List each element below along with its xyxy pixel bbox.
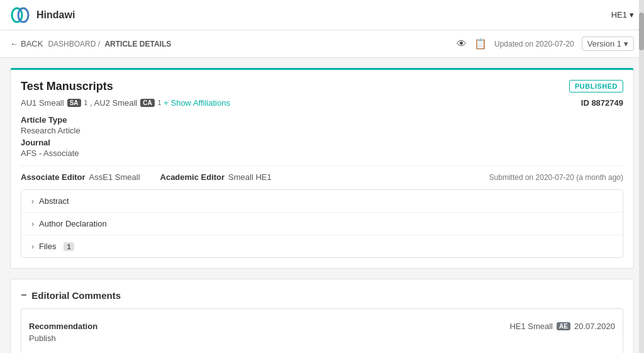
scrollbar[interactable] (639, 0, 644, 353)
journal-label: Journal (21, 138, 79, 147)
navbar: ← BACK DASHBOARD / ARTICLE DETAILS 👁 📋 U… (0, 30, 644, 58)
author1-sup: 1 (84, 99, 88, 106)
version-selector[interactable]: Version 1 ▾ (582, 36, 634, 51)
hindawi-logo (10, 5, 30, 25)
author-declaration-section[interactable]: › Author Declaration (21, 213, 623, 235)
files-section[interactable]: › Files 1 (21, 235, 623, 257)
header-user[interactable]: HE1 ▾ (611, 10, 634, 20)
article-card: Test Manuscripts PUBLISHED AU1 Smeall SA… (10, 68, 634, 269)
updated-label: Updated on 2020-07-20 (494, 40, 574, 48)
academic-editor-value: Smeall HE1 (228, 172, 272, 182)
back-label: BACK (21, 39, 43, 48)
editors-row: Associate Editor AssE1 Smeall Academic E… (21, 165, 623, 182)
breadcrumb-current: ARTICLE DETAILS (104, 40, 171, 48)
author1-sa-badge: SA (67, 99, 81, 107)
show-affiliations-link[interactable]: + Show Affiliations (164, 98, 230, 108)
recommendation-left: Recommendation Publish (29, 322, 97, 343)
academic-editor-label: Academic Editor (160, 172, 225, 182)
breadcrumb-dashboard[interactable]: DASHBOARD / (48, 40, 100, 48)
associate-editor-label: Associate Editor (21, 172, 86, 182)
header-left: Hindawi (10, 5, 75, 25)
author1-name: AU1 Smeall (21, 98, 64, 108)
article-id: ID 8872749 (581, 98, 623, 108)
editor-name: HE1 Smeall (509, 322, 553, 331)
recommendation-value: Publish (29, 333, 97, 343)
files-count-badge: 1 (64, 242, 74, 251)
navbar-left: ← BACK DASHBOARD / ARTICLE DETAILS (10, 39, 171, 48)
user-chevron-icon: ▾ (630, 10, 634, 20)
ae-badge: AE (557, 322, 570, 330)
associate-editor-item: Associate Editor AssE1 Smeall (21, 172, 140, 182)
files-chevron-icon: › (31, 242, 34, 251)
back-arrow-icon: ← (10, 39, 18, 48)
eye-icon[interactable]: 👁 (457, 38, 467, 50)
author-declaration-chevron-icon: › (31, 220, 34, 228)
journal-value: AFS - Associate (21, 148, 79, 158)
recommendation-date: 20.07.2020 (574, 322, 615, 331)
svg-point-1 (18, 8, 28, 22)
academic-editor-item: Academic Editor Smeall HE1 (160, 172, 272, 182)
editorial-comments-title: Editorial Comments (31, 290, 121, 301)
version-chevron-icon: ▾ (624, 39, 628, 48)
author-declaration-label: Author Declaration (39, 219, 107, 228)
abstract-section[interactable]: › Abstract (21, 190, 623, 213)
scrollbar-thumb[interactable] (639, 13, 644, 50)
journal-item: Journal AFS - Associate (21, 138, 79, 158)
recommendation-row: Recommendation Publish HE1 Smeall AE 20.… (29, 317, 615, 348)
recommendation-label: Recommendation (29, 322, 97, 331)
article-type-item: Article Type Research Article (21, 115, 80, 135)
app-header: Hindawi HE1 ▾ (0, 0, 644, 30)
author2-prefix: , AU2 Smeall (90, 98, 137, 108)
article-type-label: Article Type (21, 115, 80, 125)
calendar-icon[interactable]: 📋 (474, 38, 487, 50)
journal-row: Journal AFS - Associate (21, 138, 623, 158)
editorial-comments-collapse-icon[interactable]: − (21, 289, 26, 301)
app-title: Hindawi (36, 9, 75, 21)
files-label: Files (39, 242, 56, 251)
author2-sup: 1 (158, 99, 162, 106)
user-name: HE1 (611, 10, 627, 20)
submitted-info: Submitted on 2020-07-20 (a month ago) (489, 173, 623, 182)
collapsible-sections: › Abstract › Author Declaration › Files … (21, 189, 623, 258)
editorial-comments-header: − Editorial Comments (21, 289, 623, 301)
article-title: Test Manuscripts (21, 80, 113, 93)
abstract-chevron-icon: › (31, 197, 34, 206)
back-button[interactable]: ← BACK (10, 39, 43, 48)
author2-ca-badge: CA (140, 99, 154, 107)
main-content: Test Manuscripts PUBLISHED AU1 Smeall SA… (0, 58, 644, 353)
authors-row: AU1 Smeall SA 1 , AU2 Smeall CA 1 + Show… (21, 98, 623, 108)
version-label: Version 1 (587, 39, 621, 48)
associate-editor-value: AssE1 Smeall (89, 172, 140, 182)
meta-row: Article Type Research Article (21, 115, 623, 135)
article-card-header: Test Manuscripts PUBLISHED (21, 80, 623, 93)
breadcrumb: DASHBOARD / ARTICLE DETAILS (48, 40, 171, 48)
abstract-label: Abstract (39, 196, 69, 206)
recommendation-meta: HE1 Smeall AE 20.07.2020 (509, 322, 615, 331)
navbar-right: 👁 📋 Updated on 2020-07-20 Version 1 ▾ (457, 36, 634, 51)
status-badge: PUBLISHED (569, 80, 623, 92)
editorial-comments-card: − Editorial Comments Recommendation Publ… (10, 279, 634, 353)
article-type-value: Research Article (21, 126, 80, 135)
